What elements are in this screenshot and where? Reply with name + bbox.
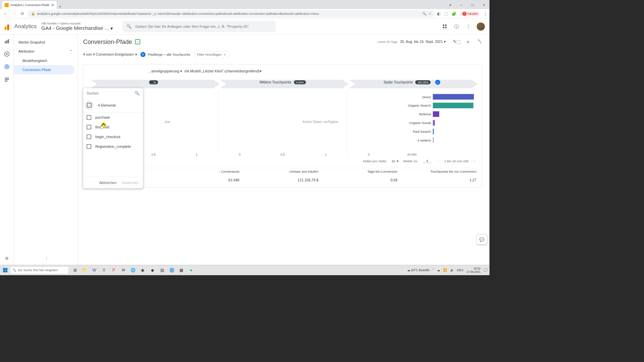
excel-icon[interactable]: X: [99, 265, 108, 275]
account-dot-icon[interactable]: ●: [444, 1, 455, 9]
search-bar[interactable]: 🔍: [122, 21, 275, 32]
popover-search-input[interactable]: [87, 91, 134, 95]
sidebar-item-modelcompare[interactable]: Modellvergleich: [14, 56, 75, 65]
obs-icon[interactable]: ◉: [138, 265, 147, 275]
share-icon[interactable]: ⪪: [465, 39, 471, 45]
extension-icon[interactable]: ◐: [437, 11, 441, 16]
popover-item-begin-checkout[interactable]: begin_checkout: [83, 132, 143, 142]
popover-select-all[interactable]: 4 Elemente: [83, 98, 143, 113]
bar-fill: [433, 120, 435, 126]
popover-cancel-button[interactable]: Abbrechen: [99, 181, 116, 185]
customize-icon[interactable]: ✎⬚: [454, 39, 460, 45]
powerpoint-icon[interactable]: P: [109, 265, 118, 275]
browser-tab[interactable]: Analytics | Conversion-Pfade ✕: [2, 1, 57, 9]
minimize-button[interactable]: —: [456, 1, 467, 9]
profile-chip[interactable]: T Pausiert: [460, 11, 480, 16]
spotify-icon[interactable]: ●: [186, 265, 196, 275]
app-icon[interactable]: ▦: [177, 265, 186, 275]
model-dropdown[interactable]: mit Modell „Letzter Klick" (channelüberg…: [184, 69, 261, 73]
chrome-menu-icon[interactable]: ⋮: [483, 11, 487, 16]
weather-widget[interactable]: ☁ 20°C Bewölkt: [407, 268, 430, 272]
search-input[interactable]: [135, 24, 271, 28]
insights-icon[interactable]: 〽: [476, 39, 482, 45]
feedback-button[interactable]: 💬: [477, 234, 487, 244]
wifi-icon[interactable]: 📶: [443, 268, 447, 272]
property-selector[interactable]: GA4 - Google Merchandise ... ▾: [41, 25, 113, 31]
sidebar-item-conversionpaths[interactable]: Conversion-Pfade: [14, 65, 75, 74]
reload-button[interactable]: ⟳: [19, 11, 25, 17]
dropdown-label: 4 von 4 Conversion-Ereignissen: [83, 53, 134, 57]
checkbox[interactable]: [87, 115, 91, 120]
pathlength-chip[interactable]: P Pfadlänge = alle Touchpoints: [141, 52, 190, 57]
help-icon[interactable]: ⓘ: [453, 23, 459, 29]
th-conversions[interactable]: ↓Conversions: [160, 170, 239, 173]
axis-tick: [433, 153, 476, 156]
explore-icon[interactable]: [4, 51, 10, 57]
date-range-picker[interactable]: 20. Aug. bis 16. Sept. 2021 ▾: [400, 40, 445, 44]
sidebar-group-attribution[interactable]: Attribution ⌃: [14, 47, 77, 56]
checkbox[interactable]: [87, 144, 91, 149]
language-indicator[interactable]: DEU: [457, 268, 463, 272]
popover-item-first-visit[interactable]: first_visit: [83, 122, 143, 132]
app-icon[interactable]: ◆: [148, 265, 157, 275]
new-tab-button[interactable]: +: [57, 4, 64, 9]
address-bar[interactable]: 🔒 analytics.google.com/analytics/web/#/p…: [28, 10, 435, 17]
td-touchpoints: 1,27: [397, 178, 477, 182]
chrome-icon[interactable]: 🌐: [128, 265, 138, 275]
explorer-icon[interactable]: 📁: [80, 265, 89, 275]
close-tab-icon[interactable]: ✕: [51, 3, 54, 7]
sidebar-label: Werbe-Snapshot: [18, 40, 45, 44]
th-days[interactable]: Tage bis Conversion: [318, 170, 397, 173]
conversion-events-dropdown[interactable]: 4 von 4 Conversion-Ereignissen ▾: [83, 53, 137, 57]
account-breadcrumb[interactable]: Alle Konten > Demo Account: [41, 21, 113, 25]
task-view-icon[interactable]: ⊞: [70, 265, 79, 275]
collapse-sidebar-button[interactable]: 〈: [44, 256, 48, 261]
next-page-button[interactable]: 〉: [473, 159, 477, 163]
analytics-logo[interactable]: Analytics: [5, 23, 37, 30]
checkbox[interactable]: [87, 125, 91, 129]
apps-icon[interactable]: [441, 23, 447, 29]
mail-icon[interactable]: ✉: [119, 265, 128, 275]
popover-item-purchase[interactable]: purchase: [83, 113, 143, 122]
close-window-button[interactable]: ✕: [478, 1, 489, 9]
reports-icon[interactable]: [4, 38, 10, 44]
th-touchpoints[interactable]: Touchpoints bis zur Conversion: [397, 170, 477, 173]
popover-apply-button[interactable]: Anwenden: [122, 181, 139, 185]
kebab-menu-icon[interactable]: ⋮: [465, 23, 471, 29]
tray-chevron-icon[interactable]: ˄: [432, 268, 434, 272]
bookmark-icon[interactable]: ☆: [428, 12, 431, 15]
checkbox[interactable]: [87, 134, 91, 139]
extensions-menu-icon[interactable]: 🧩: [451, 11, 457, 16]
volume-icon[interactable]: 🔊: [450, 268, 454, 272]
configure-icon[interactable]: [4, 76, 10, 82]
onedrive-icon[interactable]: ☁: [437, 268, 440, 272]
goto-page-input[interactable]: [423, 159, 432, 163]
notifications-icon[interactable]: 💬: [484, 268, 487, 272]
svg-point-5: [5, 65, 9, 69]
add-filter-button[interactable]: Filter hinzufügen ＋: [194, 51, 229, 58]
edge-icon[interactable]: 🌀: [167, 265, 176, 275]
checkbox[interactable]: [87, 103, 92, 108]
app-icon[interactable]: ▤: [158, 265, 167, 275]
sidebar-item-snapshot[interactable]: Werbe-Snapshot: [14, 38, 77, 47]
word-icon[interactable]: W: [90, 265, 99, 275]
column-mid-touchpoints: Mittlere Touchpoints 0.00%: [218, 80, 347, 85]
advertising-icon[interactable]: [4, 64, 10, 70]
forward-button[interactable]: →: [11, 11, 17, 17]
back-button[interactable]: ←: [2, 11, 8, 17]
rows-per-page-select[interactable]: 10 ▾: [391, 159, 398, 163]
start-button[interactable]: [0, 265, 10, 275]
prev-page-button[interactable]: 〈: [436, 159, 440, 163]
extension-icon[interactable]: ⬚: [444, 11, 448, 16]
zoom-icon[interactable]: 🔍: [422, 12, 426, 15]
maximize-button[interactable]: ▢: [467, 1, 478, 9]
early-pct-badge: ...%: [149, 80, 158, 84]
th-revenue[interactable]: Umsatz aus Käufen: [239, 170, 319, 173]
bar-row: Organic Social: [398, 118, 475, 127]
taskbar-search[interactable]: 🔍 Zur Suche Text hier eingeben: [10, 266, 69, 274]
clock[interactable]: 16:02 17.09.2021: [467, 267, 481, 273]
channel-grouping-dropdown[interactable]: ...annelgruppierung ▾: [148, 69, 182, 73]
settings-icon[interactable]: ⚙: [4, 255, 10, 261]
user-avatar[interactable]: [477, 22, 485, 31]
popover-item-registration[interactable]: Registration_complete: [83, 142, 143, 152]
